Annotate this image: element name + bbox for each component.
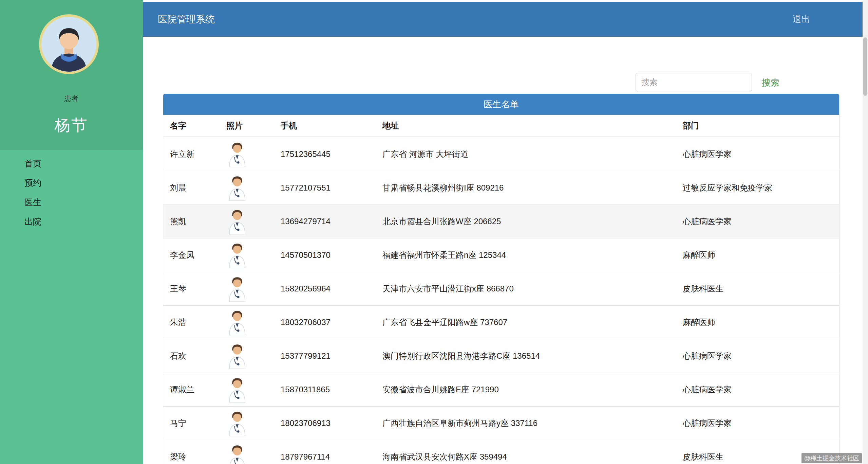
doctor-table-body: 许立新 17512365445 广东省 河源市 大坪街道 心脏病医学家 刘晨: [163, 137, 839, 464]
doctor-photo-icon: [220, 410, 274, 436]
sidebar: 患者 杨节 首页 预约 医生 出院: [0, 0, 143, 464]
doctor-photo-icon: [220, 141, 274, 167]
main-content: 搜索 医生名单 名字 照片 手机 地址 部门 许立新 17512365445: [143, 37, 863, 464]
doctor-name: 刘晨: [163, 182, 220, 193]
doctor-photo-icon: [220, 343, 274, 369]
doctor-address: 广东省飞县金平辽阳路w座 737607: [376, 317, 676, 328]
table-row: 王琴 15820256964 天津市六安市平山潜江街x座 866870 皮肤科医…: [163, 272, 839, 305]
role-label: 患者: [0, 94, 143, 103]
table-row: 熊凯 13694279714 北京市霞县合川张路W座 206625 心脏病医学家: [163, 204, 839, 238]
doctor-department: 皮肤科医生: [676, 283, 839, 294]
app-title: 医院管理系统: [158, 2, 215, 37]
doctor-department: 心脏病医学家: [676, 384, 839, 395]
sidebar-item-discharge[interactable]: 出院: [0, 212, 143, 231]
doctor-photo-icon: [220, 209, 274, 234]
doctor-department: 心脏病医学家: [676, 216, 839, 227]
doctor-phone: 18032706037: [274, 318, 376, 327]
doctor-department: 心脏病医学家: [676, 351, 839, 361]
sidebar-nav: 首页 预约 医生 出院: [0, 154, 143, 231]
table-row: 梁玲 18797967114 海南省武汉县安次何路X座 359494 皮肤科医生: [163, 440, 839, 464]
doctor-address: 广西壮族自治区阜新市蓟州马路y座 337116: [376, 418, 676, 429]
doctor-name: 马宁: [163, 418, 220, 429]
doctor-department: 心脏病医学家: [676, 149, 839, 160]
doctor-address: 广东省 河源市 大坪街道: [376, 149, 676, 160]
doctor-department: 麻醉医师: [676, 317, 839, 328]
doctor-address: 澳门特别行政区沈阳县海港李路C座 136514: [376, 351, 676, 361]
table-row: 许立新 17512365445 广东省 河源市 大坪街道 心脏病医学家: [163, 137, 839, 171]
doctor-name: 熊凯: [163, 216, 220, 227]
doctor-photo-icon: [220, 309, 274, 335]
patient-avatar-icon: [39, 14, 99, 74]
app-root: 患者 杨节 首页 预约 医生 出院 医院管理系统 退出 搜索 医生名单 名字 照…: [0, 0, 868, 464]
top-header: 医院管理系统 退出: [143, 2, 863, 37]
vertical-scrollbar[interactable]: [863, 0, 868, 464]
table-row: 朱浩 18032706037 广东省飞县金平辽阳路w座 737607 麻醉医师: [163, 305, 839, 339]
doctor-phone: 13694279714: [274, 217, 376, 226]
doctor-address: 安徽省波市合川姚路E座 721990: [376, 384, 676, 395]
sidebar-item-appointment[interactable]: 预约: [0, 173, 143, 193]
doctor-phone: 15772107551: [274, 183, 376, 193]
table-row: 石欢 15377799121 澳门特别行政区沈阳县海港李路C座 136514 心…: [163, 339, 839, 373]
doctor-phone: 18797967114: [274, 452, 376, 462]
doctor-address: 甘肃省畅县花溪柳州街I座 809216: [376, 182, 676, 193]
doctor-photo-icon: [220, 175, 274, 201]
column-header-address: 地址: [376, 120, 676, 131]
doctor-address: 海南省武汉县安次何路X座 359494: [376, 451, 676, 462]
doctor-photo-icon: [220, 377, 274, 403]
table-row: 谭淑兰 15870311865 安徽省波市合川姚路E座 721990 心脏病医学…: [163, 373, 839, 406]
column-header-phone: 手机: [274, 120, 376, 131]
doctor-name: 王琴: [163, 283, 220, 294]
doctor-phone: 14570501370: [274, 250, 376, 260]
sidebar-item-home[interactable]: 首页: [0, 154, 143, 173]
doctor-photo-icon: [220, 276, 274, 302]
doctor-name: 梁玲: [163, 451, 220, 462]
column-header-department: 部门: [676, 120, 839, 131]
doctor-address: 天津市六安市平山潜江街x座 866870: [376, 283, 676, 294]
doctor-phone: 18023706913: [274, 418, 376, 428]
doctor-phone: 15870311865: [274, 385, 376, 394]
sidebar-profile: 患者 杨节: [0, 0, 143, 150]
doctor-photo-icon: [220, 444, 274, 464]
doctor-department: 心脏病医学家: [676, 418, 839, 429]
table-row: 李金凤 14570501370 福建省福州市怀柔王路n座 125344 麻醉医师: [163, 238, 839, 272]
doctor-department: 麻醉医师: [676, 250, 839, 261]
doctor-name: 许立新: [163, 149, 220, 160]
column-header-photo: 照片: [220, 120, 274, 131]
doctor-address: 福建省福州市怀柔王路n座 125344: [376, 250, 676, 261]
patient-name: 杨节: [0, 115, 143, 136]
doctor-name: 朱浩: [163, 317, 220, 328]
watermark: @稀土掘金技术社区: [801, 453, 862, 463]
panel-title: 医生名单: [163, 94, 839, 115]
table-row: 马宁 18023706913 广西壮族自治区阜新市蓟州马路y座 337116 心…: [163, 406, 839, 440]
doctor-phone: 17512365445: [274, 149, 376, 159]
doctor-list-panel: 医生名单 名字 照片 手机 地址 部门 许立新 17512365445 广东省 …: [163, 94, 839, 464]
search-input[interactable]: [636, 73, 752, 91]
logout-button[interactable]: 退出: [792, 2, 810, 37]
doctor-photo-icon: [220, 242, 274, 268]
doctor-department: 过敏反应学家和免疫学家: [676, 182, 839, 193]
doctor-name: 谭淑兰: [163, 384, 220, 395]
doctor-name: 李金凤: [163, 250, 220, 261]
doctor-address: 北京市霞县合川张路W座 206625: [376, 216, 676, 227]
doctor-phone: 15820256964: [274, 284, 376, 293]
search-button[interactable]: 搜索: [762, 77, 779, 89]
scrollbar-thumb[interactable]: [863, 37, 867, 96]
table-header-row: 名字 照片 手机 地址 部门: [163, 115, 839, 137]
sidebar-item-doctor[interactable]: 医生: [0, 193, 143, 212]
table-row: 刘晨 15772107551 甘肃省畅县花溪柳州街I座 809216 过敏反应学…: [163, 171, 839, 204]
doctor-phone: 15377799121: [274, 351, 376, 361]
column-header-name: 名字: [163, 120, 220, 131]
doctor-name: 石欢: [163, 351, 220, 361]
